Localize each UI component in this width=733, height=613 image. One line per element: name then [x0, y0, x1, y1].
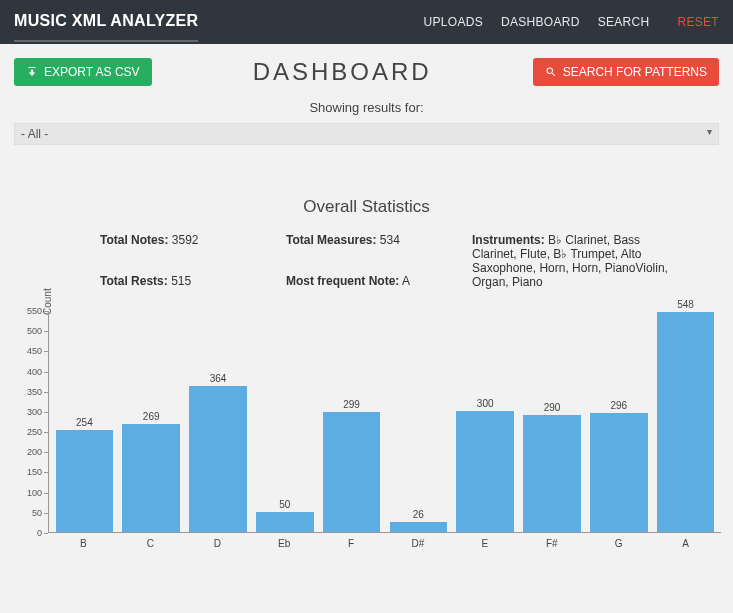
bar-value: 548	[654, 299, 717, 310]
ytick: 500	[27, 326, 42, 336]
bar-column: 548	[654, 311, 717, 532]
filter-select[interactable]: - All -	[14, 123, 719, 145]
x-label: B	[52, 535, 115, 551]
ytick: 100	[27, 488, 42, 498]
x-label: E	[453, 535, 516, 551]
bar[interactable]	[390, 522, 448, 532]
toolbar: EXPORT AS CSV DASHBOARD SEARCH FOR PATTE…	[0, 44, 733, 100]
bar-column: 254	[53, 311, 116, 532]
bar-value: 269	[120, 411, 183, 422]
export-csv-button[interactable]: EXPORT AS CSV	[14, 58, 152, 86]
bar[interactable]	[657, 312, 715, 532]
chart: Count 050100150200250300350400450500550 …	[8, 311, 725, 551]
nav-reset[interactable]: RESET	[677, 15, 719, 29]
bar[interactable]	[122, 424, 180, 532]
ytick: 450	[27, 346, 42, 356]
x-label: C	[119, 535, 182, 551]
bar-column: 299	[320, 311, 383, 532]
bar-value: 299	[320, 399, 383, 410]
ytick: 50	[32, 508, 42, 518]
bar[interactable]	[189, 386, 247, 532]
bar[interactable]	[256, 512, 314, 532]
bar-value: 290	[521, 402, 584, 413]
x-label: D	[186, 535, 249, 551]
ytick: 350	[27, 387, 42, 397]
instruments: Instruments: B♭ Clarinet, Bass Clarinet,…	[472, 233, 673, 289]
search-icon	[545, 66, 557, 78]
nav-search[interactable]: SEARCH	[598, 15, 650, 29]
bar-value: 296	[587, 400, 650, 411]
ytick: 550	[27, 306, 42, 316]
stats-title: Overall Statistics	[0, 197, 733, 217]
bar-column: 290	[521, 311, 584, 532]
x-label: D#	[387, 535, 450, 551]
bar[interactable]	[456, 411, 514, 532]
ytick: 250	[27, 427, 42, 437]
total-measures: Total Measures: 534	[286, 233, 466, 248]
ytick: 0	[37, 528, 42, 538]
bar-column: 300	[454, 311, 517, 532]
search-patterns-button[interactable]: SEARCH FOR PATTERNS	[533, 58, 719, 86]
filter-selected: - All -	[21, 127, 48, 141]
total-notes: Total Notes: 3592	[100, 233, 280, 248]
export-csv-label: EXPORT AS CSV	[44, 65, 140, 79]
ytick: 300	[27, 407, 42, 417]
ytick: 150	[27, 467, 42, 477]
ytick: 200	[27, 447, 42, 457]
bar[interactable]	[590, 413, 648, 532]
bar-value: 300	[454, 398, 517, 409]
nav-dashboard[interactable]: DASHBOARD	[501, 15, 580, 29]
bar-column: 296	[587, 311, 650, 532]
total-rests: Total Rests: 515	[100, 274, 280, 289]
bar-value: 254	[53, 417, 116, 428]
search-patterns-label: SEARCH FOR PATTERNS	[563, 65, 707, 79]
bar-value: 364	[187, 373, 250, 384]
x-label: G	[587, 535, 650, 551]
chart-bars: 2542693645029926300290296548	[49, 311, 721, 532]
freq-note: Most frequent Note: A	[286, 274, 466, 289]
brand[interactable]: MUSIC XML ANALYZER	[14, 2, 198, 42]
bar-column: 364	[187, 311, 250, 532]
chart-yticks: 050100150200250300350400450500550	[8, 311, 46, 533]
bar-column: 26	[387, 311, 450, 532]
chart-plot: 2542693645029926300290296548	[48, 311, 721, 533]
filter-block: Showing results for: - All -	[0, 100, 733, 153]
x-label: F#	[520, 535, 583, 551]
ytick: 400	[27, 367, 42, 377]
x-label: A	[654, 535, 717, 551]
bar-value: 26	[387, 509, 450, 520]
x-label: F	[320, 535, 383, 551]
download-icon	[26, 66, 38, 78]
x-label: Eb	[253, 535, 316, 551]
page-title: DASHBOARD	[152, 58, 533, 86]
stats-grid: Total Notes: 3592 Total Measures: 534 In…	[0, 233, 733, 289]
chart-xlabels: BCDEbFD#EF#GA	[48, 535, 721, 551]
bar-value: 50	[253, 499, 316, 510]
bar[interactable]	[523, 415, 581, 532]
bar[interactable]	[56, 430, 114, 532]
navbar: MUSIC XML ANALYZER UPLOADS DASHBOARD SEA…	[0, 0, 733, 44]
nav-uploads[interactable]: UPLOADS	[424, 15, 483, 29]
bar-column: 269	[120, 311, 183, 532]
bar[interactable]	[323, 412, 381, 532]
filter-label: Showing results for:	[14, 100, 719, 115]
bar-column: 50	[253, 311, 316, 532]
